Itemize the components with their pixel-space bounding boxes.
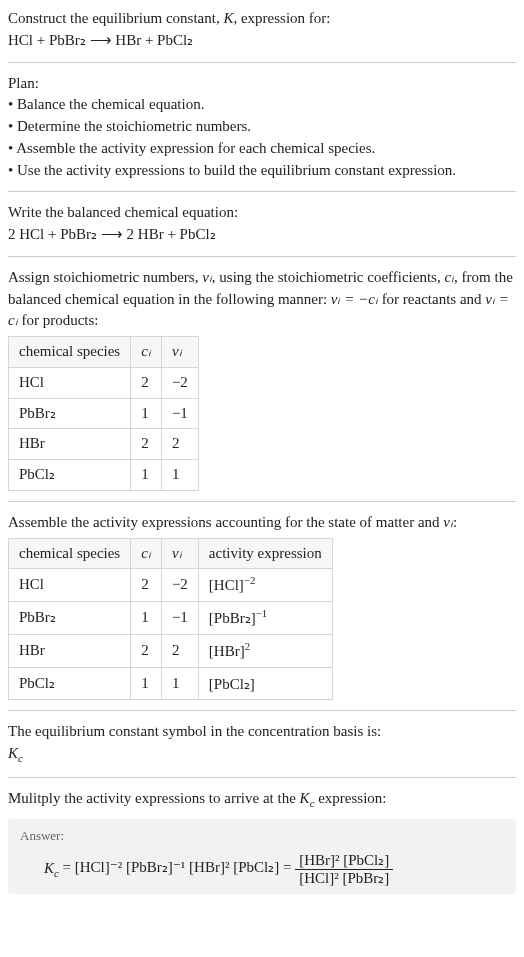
cell-ci: 2 xyxy=(131,569,162,602)
assign-text: for products: xyxy=(18,312,99,328)
table-row: PbBr₂ 1 −1 xyxy=(9,398,199,429)
eqconst-text: The equilibrium constant symbol in the c… xyxy=(8,721,516,743)
k-sub: c xyxy=(18,752,23,764)
divider xyxy=(8,777,516,778)
divider xyxy=(8,191,516,192)
k-letter: K xyxy=(44,860,54,876)
cell-nui: −2 xyxy=(161,569,198,602)
cell-species: HCl xyxy=(9,569,131,602)
kc-symbol: Kc xyxy=(300,790,315,806)
col-species: chemical species xyxy=(9,538,131,569)
plan-item-text: Determine the stoichiometric numbers. xyxy=(17,118,251,134)
plan-item: • Balance the chemical equation. xyxy=(8,94,516,116)
kc-symbol: Kc xyxy=(8,743,516,767)
activity-base: [HBr] xyxy=(209,643,245,659)
intro-block: Construct the equilibrium constant, K, e… xyxy=(8,8,516,52)
assemble-text: : xyxy=(453,514,457,530)
intro-text-a: Construct the equilibrium constant, xyxy=(8,10,223,26)
divider xyxy=(8,62,516,63)
fraction-numerator: [HBr]² [PbCl₂] xyxy=(295,852,393,870)
k-letter: K xyxy=(300,790,310,806)
relation-1: νᵢ = −cᵢ xyxy=(331,291,378,307)
divider xyxy=(8,710,516,711)
activity-base: [PbBr₂] xyxy=(209,610,256,626)
fraction-denominator: [HCl]² [PbBr₂] xyxy=(295,870,393,887)
cell-species: PbCl₂ xyxy=(9,667,131,700)
plan-item: • Assemble the activity expression for e… xyxy=(8,138,516,160)
table-row: HCl 2 −2 [HCl]−2 xyxy=(9,569,333,602)
table-row: HCl 2 −2 xyxy=(9,367,199,398)
plan-title: Plan: xyxy=(8,73,516,95)
activity-base: [HCl] xyxy=(209,577,244,593)
activity-block: Assemble the activity expressions accoun… xyxy=(8,512,516,701)
cell-nui: 1 xyxy=(161,460,198,491)
balanced-title: Write the balanced chemical equation: xyxy=(8,202,516,224)
assemble-text: Assemble the activity expressions accoun… xyxy=(8,514,443,530)
balanced-block: Write the balanced chemical equation: 2 … xyxy=(8,202,516,246)
plan-item-text: Use the activity expressions to build th… xyxy=(17,162,456,178)
table-row: HBr 2 2 xyxy=(9,429,199,460)
table-row: HBr 2 2 [HBr]2 xyxy=(9,634,333,667)
answer-prod: = [HCl]⁻² [PbBr₂]⁻¹ [HBr]² [PbCl₂] = xyxy=(59,860,295,876)
cell-nui: 2 xyxy=(161,429,198,460)
divider xyxy=(8,256,516,257)
table-stoichiometric-numbers: chemical species cᵢ νᵢ HCl 2 −2 PbBr₂ 1 … xyxy=(8,336,199,491)
assign-text: for reactants and xyxy=(378,291,485,307)
cell-nui: 1 xyxy=(161,667,198,700)
assign-block: Assign stoichiometric numbers, νᵢ, using… xyxy=(8,267,516,491)
nu-symbol: νᵢ xyxy=(443,514,453,530)
cell-species: PbBr₂ xyxy=(9,602,131,635)
plan-item-text: Assemble the activity expression for eac… xyxy=(16,140,375,156)
col-nui: νᵢ xyxy=(161,538,198,569)
cell-ci: 2 xyxy=(131,367,162,398)
multiply-block: Mulitply the activity expressions to arr… xyxy=(8,788,516,894)
balanced-equation: 2 HCl + PbBr₂ ⟶ 2 HBr + PbCl₂ xyxy=(8,224,516,246)
cell-species: HCl xyxy=(9,367,131,398)
assign-text: Assign stoichiometric numbers, xyxy=(8,269,202,285)
answer-fraction: [HBr]² [PbCl₂][HCl]² [PbBr₂] xyxy=(295,852,393,886)
answer-label: Answer: xyxy=(20,827,504,846)
answer-expression: Kc = [HCl]⁻² [PbBr₂]⁻¹ [HBr]² [PbCl₂] = … xyxy=(20,852,504,886)
cell-activity: [PbCl₂] xyxy=(198,667,332,700)
cell-nui: −1 xyxy=(161,398,198,429)
table-activity-expressions: chemical species cᵢ νᵢ activity expressi… xyxy=(8,538,333,701)
intro-text-b: , expression for: xyxy=(233,10,330,26)
table-header-row: chemical species cᵢ νᵢ activity expressi… xyxy=(9,538,333,569)
cell-species: HBr xyxy=(9,634,131,667)
divider xyxy=(8,501,516,502)
plan-item: • Use the activity expressions to build … xyxy=(8,160,516,182)
cell-ci: 1 xyxy=(131,398,162,429)
activity-exp: −1 xyxy=(256,607,268,619)
col-nui: νᵢ xyxy=(161,337,198,368)
col-activity: activity expression xyxy=(198,538,332,569)
unbalanced-equation: HCl + PbBr₂ ⟶ HBr + PbCl₂ xyxy=(8,32,193,48)
col-ci: cᵢ xyxy=(131,337,162,368)
kc-symbol: Kc xyxy=(44,860,59,876)
cell-species: HBr xyxy=(9,429,131,460)
cell-activity: [PbBr₂]−1 xyxy=(198,602,332,635)
cell-ci: 1 xyxy=(131,460,162,491)
plan-item: • Determine the stoichiometric numbers. xyxy=(8,116,516,138)
activity-exp: 2 xyxy=(245,640,250,652)
k-symbol: K xyxy=(223,10,233,26)
mult-text: expression: xyxy=(314,790,386,806)
assign-text: , using the stoichiometric coefficients, xyxy=(212,269,445,285)
mult-text: Mulitply the activity expressions to arr… xyxy=(8,790,300,806)
table-row: PbCl₂ 1 1 xyxy=(9,460,199,491)
answer-box: Answer: Kc = [HCl]⁻² [PbBr₂]⁻¹ [HBr]² [P… xyxy=(8,819,516,894)
col-ci: cᵢ xyxy=(131,538,162,569)
table-header-row: chemical species cᵢ νᵢ xyxy=(9,337,199,368)
cell-ci: 1 xyxy=(131,667,162,700)
plan-item-text: Balance the chemical equation. xyxy=(17,96,204,112)
cell-nui: −1 xyxy=(161,602,198,635)
cell-nui: 2 xyxy=(161,634,198,667)
k-letter: K xyxy=(8,745,18,761)
cell-activity: [HBr]2 xyxy=(198,634,332,667)
cell-activity: [HCl]−2 xyxy=(198,569,332,602)
table-row: PbCl₂ 1 1 [PbCl₂] xyxy=(9,667,333,700)
plan-block: Plan: • Balance the chemical equation. •… xyxy=(8,73,516,182)
table-row: PbBr₂ 1 −1 [PbBr₂]−1 xyxy=(9,602,333,635)
activity-exp: −2 xyxy=(244,574,256,586)
ci-symbol: cᵢ xyxy=(444,269,454,285)
cell-ci: 2 xyxy=(131,429,162,460)
